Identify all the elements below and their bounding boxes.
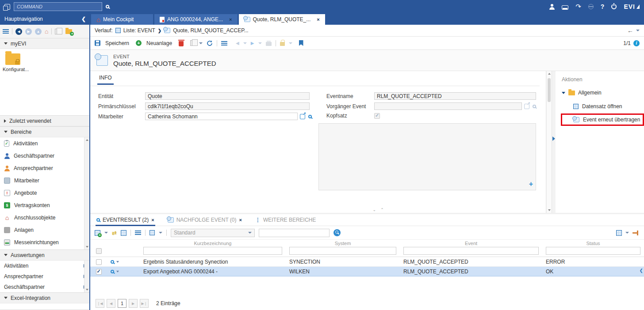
row-checkbox[interactable] [96,269,102,275]
section-zuletzt-verwendet[interactable]: Zuletzt verwendet [0,115,89,126]
inbox-icon[interactable] [562,5,568,10]
sidebar-item-mitarbeiter[interactable]: Mitarbeiter [0,174,89,187]
auswertungen-scrollbar[interactable] [84,261,89,292]
close-tab-icon[interactable]: × [239,217,242,223]
column-header-kurzbezeichnung[interactable]: Kurzbezeichnung [140,240,286,246]
sidebar-item-messeinrichtungen[interactable]: ▬Messeinrichtungen [0,236,89,249]
table-row-selected[interactable]: Export Angebot ANG 0000244 - WILKEN RLM_… [90,267,644,276]
command-input[interactable] [14,2,102,11]
nav-back-icon[interactable]: ◀ [15,28,22,35]
actions-panel-divider[interactable] [552,71,556,213]
view-options-icon[interactable] [150,230,155,235]
sidebar-item-anschlussobjekte[interactable]: ⌂Anschlussobjekte [0,212,89,224]
history-back-icon[interactable]: ← [627,27,633,34]
panel-resize-chevrons[interactable]: ⌄⌃ [373,208,388,212]
copy-record-icon[interactable] [190,40,195,46]
filter-event-input[interactable] [403,247,539,255]
tab-angebot[interactable]: ANG 0000244, ANGE... × [154,14,238,25]
column-header-event[interactable]: Event [400,240,542,246]
column-header-status[interactable]: Status [542,240,644,246]
table-menu-icon[interactable] [135,231,141,235]
action-event-erneut-uebertragen[interactable]: Event erneut übertragen [562,114,643,125]
report-item-geschaeftspartner[interactable]: Geschäftspartner [0,282,89,292]
sidebar-item-anlagen[interactable]: Anlagen [0,224,89,236]
konfiguration-tile[interactable]: Konfigurat... [3,53,31,72]
delete-icon[interactable] [179,41,184,46]
user-icon[interactable] [549,4,555,10]
history-dropdown-icon[interactable] [636,30,640,31]
report-item-aktivitaeten[interactable]: Aktivitäten [0,261,89,271]
mitarbeiter-field[interactable]: Catherina Schomann [145,113,298,120]
refresh-icon[interactable] [207,40,213,46]
tab-weitere-bereiche[interactable]: ⋮ WEITERE BEREICHE [254,215,317,226]
row-detail-icon[interactable] [111,270,114,273]
logout-icon[interactable] [611,4,617,9]
tab-quote-event[interactable]: Quote, RLM_QUOTE_... × [239,14,325,25]
list-menu-icon[interactable] [221,41,227,45]
close-tab-icon[interactable]: × [317,17,319,22]
sidebar-item-ansprechpartner[interactable]: Ansprechpartner [0,162,89,174]
select-all-checkbox[interactable] [96,248,102,254]
breadcrumb-item-current[interactable]: Quote, RLM_QUOTE_ACCEP... [173,27,249,34]
row-detail-icon[interactable] [111,260,114,264]
row-checkbox[interactable] [96,259,102,265]
form-scrollbar[interactable] [546,71,552,213]
tab-eventresult[interactable]: EVENTRESULT (2) × [96,215,155,226]
tab-nachfolge-event[interactable]: NACHFOLGE EVENT (0) × [167,215,243,226]
save-icon[interactable] [95,40,100,46]
new-icon[interactable]: + [136,40,142,46]
bereiche-scrollbar[interactable] [84,137,89,250]
expand-panel-icon[interactable] [552,136,555,141]
scroll-left-hint-icon[interactable]: ❮ [640,268,643,273]
current-page-button[interactable]: 1 [118,299,126,308]
filter-preset-select[interactable]: Standard [171,229,255,237]
tab-mein-cockpit[interactable]: ⌂ Mein Cockpit [91,14,153,25]
search-button[interactable] [334,229,341,236]
sidebar-item-aktivitaeten[interactable]: ✓Aktivitäten [0,137,89,150]
section-bereiche[interactable]: Bereiche [0,126,89,137]
report-item-ansprechpartner[interactable]: Ansprechpartner [0,271,89,282]
filter-system-input[interactable] [289,247,396,255]
column-header-system[interactable]: System [286,240,400,246]
row-dropdown-icon[interactable] [116,261,119,263]
section-myevi[interactable]: myEVI [0,38,89,49]
actions-group-allgemein[interactable]: Allgemein [562,90,644,96]
new-button[interactable]: Neuanlage [146,40,172,46]
table-row[interactable]: Ergebnis Statusänderung Synection SYNECT… [90,257,644,267]
sidebar-collapse-icon[interactable]: ❮ [81,16,86,22]
table-add-icon[interactable]: + [95,230,100,236]
close-tab-icon[interactable]: × [151,217,154,223]
table-search-icon[interactable] [121,230,126,236]
action-datensatz-oeffnen[interactable]: Datensatz öffnen [562,101,644,112]
sidebar-item-geschaeftspartner[interactable]: Geschäftspartner [0,150,89,162]
filter-status-input[interactable] [546,247,640,255]
sidebar-item-vertragskonten[interactable]: $Vertragskonten [0,199,89,212]
section-excel-integration[interactable]: Excel-Integration [0,292,89,303]
help-icon[interactable]: ? [601,3,605,10]
dropdown-caret-icon[interactable] [625,232,629,234]
section-auswertungen[interactable]: Auswertungen [0,250,89,261]
dropdown-caret-icon[interactable] [159,232,162,234]
copy-dropdown-icon[interactable] [199,42,203,44]
new-folder-icon[interactable]: + [65,29,72,34]
export-grid-icon[interactable] [616,230,622,236]
dropdown-caret-icon[interactable] [104,232,108,234]
save-button[interactable]: Speichern [105,40,129,46]
lookup-icon[interactable] [308,115,312,118]
open-record-icon[interactable] [300,114,305,119]
info-icon[interactable]: i [633,40,640,46]
table-search-input[interactable] [259,229,330,237]
command-search-icon[interactable] [106,5,109,8]
sidebar-item-angebote[interactable]: !Angebote [0,187,89,199]
dock-panel-icon[interactable] [632,232,638,234]
move-handle-icon[interactable]: + [529,180,533,188]
tab-info[interactable]: INFO [97,75,114,85]
breadcrumb-item-list[interactable]: Liste: EVENT [123,27,155,34]
bookmark-add-icon[interactable] [299,40,303,46]
redo-icon[interactable]: ↷ [575,3,581,11]
close-tab-icon[interactable]: × [229,17,232,22]
menu-icon[interactable] [3,29,9,34]
filter-kurzbezeichnung-input[interactable] [143,247,282,255]
windows-icon[interactable] [4,4,10,10]
row-dropdown-icon[interactable] [116,271,119,272]
